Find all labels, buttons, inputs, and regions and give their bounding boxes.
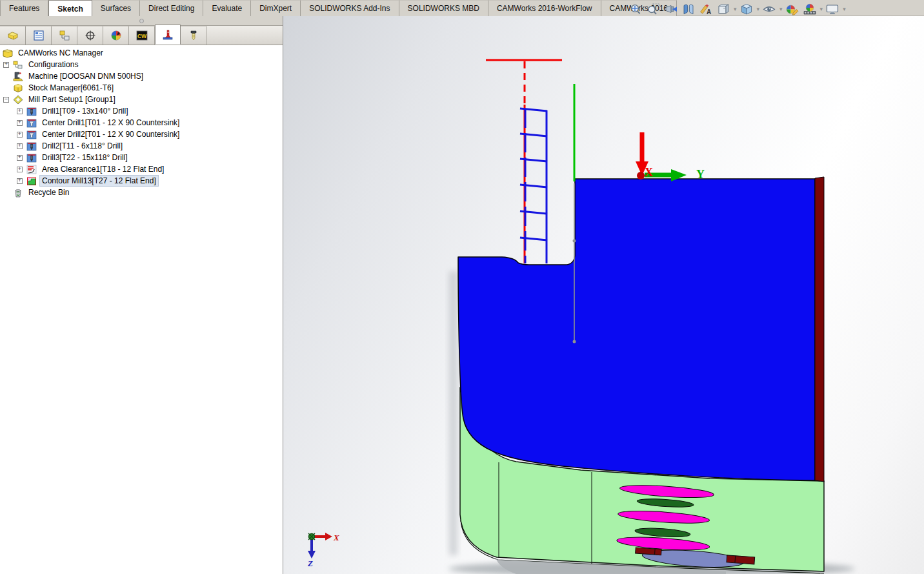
view-reference-triad: X Z bbox=[307, 533, 339, 568]
expand-icon[interactable]: + bbox=[17, 178, 23, 184]
tree-item-stock-manager[interactable]: Stock Manager[6061-T6] bbox=[0, 82, 283, 94]
tree-item-drill1[interactable]: +Drill1[T09 - 13x140° Drill] bbox=[0, 105, 283, 117]
ribbon-tab-dimxpert[interactable]: DimXpert bbox=[251, 0, 301, 16]
section-view-button[interactable] bbox=[681, 3, 696, 16]
tree-item-machine[interactable]: Machine [DOOSAN DNM 500HS] bbox=[0, 70, 283, 82]
model-view[interactable]: X Y X Z bbox=[283, 16, 924, 574]
svg-text:CW: CW bbox=[137, 33, 146, 39]
previous-view-button[interactable] bbox=[663, 3, 679, 16]
manager-tab-property-manager[interactable] bbox=[26, 26, 52, 45]
ribbon-tab-surfaces[interactable]: Surfaces bbox=[92, 0, 140, 16]
drill-icon bbox=[26, 107, 37, 116]
dimxpert-manager-icon bbox=[84, 30, 97, 41]
property-manager-icon bbox=[32, 30, 45, 41]
dropdown-caret-icon[interactable]: ▾ bbox=[779, 6, 783, 12]
expand-icon[interactable]: + bbox=[17, 132, 23, 138]
tree-item-center-drill1[interactable]: +Center Drill1[T01 - 12 X 90 Countersink… bbox=[0, 117, 283, 128]
ribbon-tab-solidworks-add-ins[interactable]: SOLIDWORKS Add-Ins bbox=[301, 0, 399, 16]
manager-tab-camworks-feature-tree[interactable]: CW bbox=[129, 26, 155, 45]
tree-item-drill3[interactable]: +Drill3[T22 - 15x118° Drill] bbox=[0, 152, 283, 163]
tree-item-label[interactable]: Center Drill1[T01 - 12 X 90 Countersink] bbox=[40, 118, 181, 128]
manager-tab-dimxpert-manager[interactable] bbox=[77, 26, 103, 45]
display-manager-icon bbox=[110, 30, 123, 41]
tree-item-area-clearance1[interactable]: +Area Clearance1[T18 - 12 Flat End] bbox=[0, 163, 283, 175]
tree-item-label[interactable]: Recycle Bin bbox=[26, 187, 71, 198]
tree-item-label[interactable]: Drill2[T11 - 6x118° Drill] bbox=[40, 141, 125, 151]
nc-manager-icon bbox=[3, 48, 13, 58]
drill-icon bbox=[26, 153, 37, 163]
expand-icon[interactable]: + bbox=[17, 108, 23, 114]
expand-icon[interactable]: + bbox=[17, 120, 23, 126]
dropdown-caret-icon[interactable]: ▾ bbox=[820, 6, 823, 12]
display-style-button[interactable] bbox=[739, 3, 754, 16]
axis-label-x: X bbox=[645, 166, 653, 179]
manager-tab-camworks-operation-tree[interactable] bbox=[155, 25, 181, 45]
dropdown-caret-icon[interactable]: ▾ bbox=[757, 6, 760, 12]
manager-tab-feature-manager-design-tree[interactable] bbox=[0, 26, 26, 45]
tree-item-label[interactable]: Drill3[T22 - 15x118° Drill] bbox=[40, 152, 130, 163]
ribbon-tab-label: Evaluate bbox=[212, 4, 242, 13]
zoom-to-fit-button[interactable] bbox=[628, 3, 644, 16]
dropdown-caret-icon[interactable]: ▾ bbox=[843, 6, 846, 12]
collapse-icon[interactable]: − bbox=[3, 97, 9, 103]
tree-item-label[interactable]: Configurations bbox=[26, 59, 80, 70]
camworks-operation-tree: CAMWorks NC Manager+ConfigurationsMachin… bbox=[0, 45, 283, 574]
ribbon-tab-solidworks-mbd[interactable]: SOLIDWORKS MBD bbox=[399, 0, 488, 16]
tree-item-contour-mill13[interactable]: +Contour Mill13[T27 - 12 Flat End] bbox=[0, 175, 283, 187]
tree-item-mill-part-setup1[interactable]: −Mill Part Setup1 [Group1] bbox=[0, 94, 283, 105]
camworks-tools-icon bbox=[187, 30, 200, 41]
ribbon-tab-label: Features bbox=[9, 4, 39, 13]
part-face[interactable] bbox=[458, 179, 815, 480]
zoom-to-fit-icon bbox=[629, 3, 643, 15]
panel-top-splitter[interactable] bbox=[0, 16, 283, 26]
view-orientation-icon bbox=[716, 3, 730, 15]
view-settings-icon bbox=[825, 3, 839, 15]
edit-appearance-icon bbox=[785, 3, 799, 15]
graphics-viewport[interactable]: X Y X Z bbox=[283, 16, 924, 574]
feature-manager-panel: CW CAMWorks NC Manager+ConfigurationsMac… bbox=[0, 16, 283, 574]
configurations-icon bbox=[13, 60, 23, 70]
ribbon-tab-features[interactable]: Features bbox=[0, 0, 48, 16]
expand-icon[interactable]: + bbox=[17, 155, 23, 161]
stock-icon bbox=[13, 83, 23, 93]
dropdown-caret-icon[interactable]: ▾ bbox=[734, 6, 737, 12]
tree-item-label[interactable]: CAMWorks NC Manager bbox=[16, 48, 105, 58]
sketch-point bbox=[573, 340, 576, 343]
centerdrill-icon bbox=[26, 118, 37, 128]
hide-show-items-button[interactable] bbox=[761, 3, 777, 16]
expand-icon[interactable]: + bbox=[17, 167, 23, 172]
tree-item-center-drill2[interactable]: +Center Drill2[T01 - 12 X 90 Countersink… bbox=[0, 128, 283, 140]
tree-item-label[interactable]: Stock Manager[6061-T6] bbox=[26, 83, 115, 93]
tree-item-label[interactable]: Machine [DOOSAN DNM 500HS] bbox=[26, 71, 145, 81]
apply-scene-button[interactable] bbox=[802, 3, 818, 16]
part-edge-face[interactable] bbox=[815, 177, 824, 482]
tree-item-camworks-nc-manager[interactable]: CAMWorks NC Manager bbox=[0, 47, 283, 59]
ribbon-tab-camworks-2016-workflow[interactable]: CAMWorks 2016-WorkFlow bbox=[488, 0, 601, 16]
ribbon-tab-direct-editing[interactable]: Direct Editing bbox=[140, 0, 203, 16]
tree-item-recycle-bin[interactable]: Recycle Bin bbox=[0, 187, 283, 198]
setup-origin-triad: X Y bbox=[636, 132, 705, 181]
triad-label-z: Z bbox=[307, 559, 313, 568]
tree-item-label[interactable]: Center Drill2[T01 - 12 X 90 Countersink] bbox=[40, 129, 181, 139]
manager-tab-camworks-tools[interactable] bbox=[181, 26, 206, 45]
zoom-to-area-button[interactable] bbox=[646, 3, 661, 16]
ribbon-tab-bar: FeaturesSketchSurfacesDirect EditingEval… bbox=[0, 0, 924, 16]
view-settings-button[interactable] bbox=[825, 3, 840, 16]
tree-item-label[interactable]: Mill Part Setup1 [Group1] bbox=[26, 94, 117, 105]
tree-item-label[interactable]: Contour Mill13[T27 - 12 Flat End] bbox=[40, 176, 158, 186]
edit-appearance-button[interactable] bbox=[785, 3, 800, 16]
expand-icon[interactable]: + bbox=[17, 143, 23, 149]
manager-tab-configuration-manager[interactable] bbox=[52, 26, 77, 45]
tree-item-label[interactable]: Area Clearance1[T18 - 12 Flat End] bbox=[40, 164, 166, 174]
tree-item-label[interactable]: Drill1[T09 - 13x140° Drill] bbox=[40, 106, 130, 116]
ribbon-tab-sketch[interactable]: Sketch bbox=[48, 0, 92, 17]
expand-icon[interactable]: + bbox=[3, 62, 9, 68]
annotation-3d-view-button[interactable]: A bbox=[698, 3, 714, 16]
manager-tab-display-manager[interactable] bbox=[103, 26, 129, 45]
previous-view-icon bbox=[664, 3, 678, 15]
tree-item-configurations[interactable]: +Configurations bbox=[0, 59, 283, 70]
tree-item-drill2[interactable]: +Drill2[T11 - 6x118° Drill] bbox=[0, 140, 283, 152]
apply-scene-icon bbox=[803, 3, 817, 15]
ribbon-tab-evaluate[interactable]: Evaluate bbox=[203, 0, 251, 16]
view-orientation-button[interactable] bbox=[716, 3, 731, 16]
